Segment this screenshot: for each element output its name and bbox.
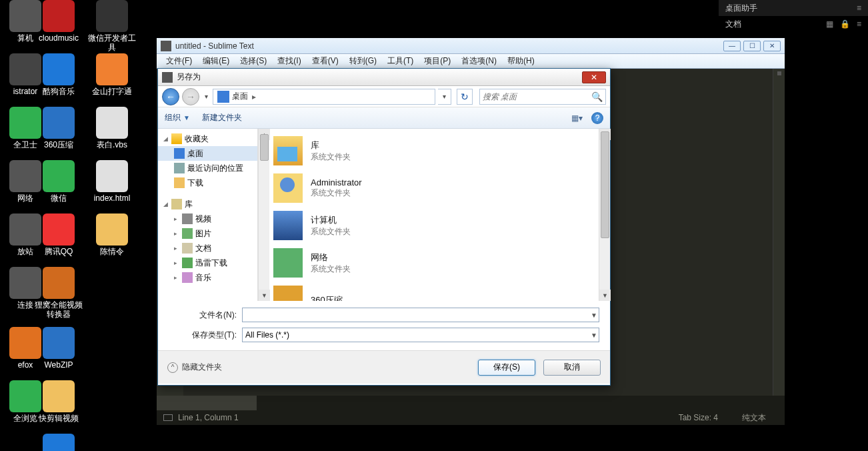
network-icon: [273, 248, 303, 278]
minimize-button[interactable]: —: [723, 41, 741, 51]
breadcrumb[interactable]: 桌面 ▸: [213, 89, 435, 105]
back-button[interactable]: ←: [162, 88, 179, 105]
tree-documents[interactable]: ▸文档: [158, 241, 257, 256]
menu-icon[interactable]: ≡: [857, 19, 861, 29]
search-input[interactable]: [483, 92, 591, 101]
file-item-computer[interactable]: 计算机系统文件夹: [273, 209, 595, 242]
menu-item[interactable]: 选择(S): [235, 55, 272, 67]
refresh-button[interactable]: ↻: [457, 89, 473, 105]
history-dropdown[interactable]: ▾: [202, 93, 210, 100]
breadcrumb-item[interactable]: 桌面: [232, 91, 248, 102]
new-folder-button[interactable]: 新建文件夹: [202, 112, 242, 123]
file-item-libraries[interactable]: 库系统文件夹: [273, 134, 595, 167]
chevron-down-icon[interactable]: ▼: [591, 332, 597, 339]
nav-bar: ← → ▾ 桌面 ▸ ▾ ↻ 🔍: [158, 86, 610, 107]
filename-label: 文件名(N):: [169, 310, 242, 321]
desktop-icon[interactable]: 陈情令: [87, 213, 137, 256]
breadcrumb-dropdown[interactable]: ▾: [438, 89, 451, 105]
tree-scrollbar[interactable]: ▲ ▼: [258, 129, 269, 301]
chevron-right-icon[interactable]: ▸: [248, 92, 260, 101]
scroll-down-icon[interactable]: ▼: [259, 290, 270, 301]
app-icon: [273, 286, 303, 301]
desktop-icon[interactable]: WebZIP: [33, 327, 84, 370]
menu-item[interactable]: 项目(P): [419, 55, 456, 67]
close-button[interactable]: ✕: [763, 41, 781, 51]
search-box[interactable]: 🔍: [479, 89, 606, 105]
desktop-icon[interactable]: 金山打字通: [87, 53, 137, 96]
lock-icon[interactable]: 🔒: [840, 19, 850, 29]
desktop-icon[interactable]: 微信开发者工具: [87, 0, 137, 52]
titlebar[interactable]: untitled - Sublime Text — ☐ ✕: [157, 38, 785, 54]
menu-item[interactable]: 编辑(E): [197, 55, 235, 67]
view-button[interactable]: ▦▾: [567, 111, 586, 125]
menu-item[interactable]: 工具(T): [382, 55, 419, 67]
desktop-icon[interactable]: [33, 434, 84, 451]
file-item-360zip[interactable]: 360压缩: [273, 284, 595, 301]
cancel-button[interactable]: 取消: [543, 360, 601, 376]
forward-button[interactable]: →: [182, 88, 199, 105]
menu-item[interactable]: 查找(I): [272, 55, 306, 67]
tree-xunlei[interactable]: ▸迅雷下载: [158, 256, 257, 270]
tab-untitled[interactable]: [157, 396, 257, 410]
filename-combobox[interactable]: ▼: [242, 308, 599, 322]
tree-pictures[interactable]: ▸图片: [158, 226, 257, 241]
desktop-icon[interactable]: 微信: [33, 160, 84, 203]
filetype-value: All Files (*.*): [245, 330, 289, 340]
maximize-button[interactable]: ☐: [743, 41, 761, 51]
hide-folders-toggle[interactable]: ^ 隐藏文件夹: [167, 362, 222, 373]
file-scrollbar[interactable]: ▲ ▼: [599, 129, 610, 301]
window-title: untitled - Sublime Text: [175, 41, 723, 51]
tree-libraries[interactable]: ◢库: [158, 197, 257, 211]
scroll-thumb[interactable]: [601, 131, 609, 238]
desktop-icon[interactable]: 快剪辑视频: [33, 380, 84, 423]
desktop-icon[interactable]: 表白.vbs: [87, 107, 137, 149]
desktop-icon[interactable]: 酷狗音乐: [33, 53, 84, 96]
menu-item[interactable]: 首选项(N): [456, 55, 502, 67]
file-item-administrator[interactable]: Administrator系统文件夹: [273, 171, 595, 205]
minimap[interactable]: [773, 69, 785, 410]
folder-icon: [273, 136, 303, 165]
file-item-network[interactable]: 网络系统文件夹: [273, 246, 595, 280]
status-icon[interactable]: [163, 414, 173, 421]
status-tabsize[interactable]: Tab Size: 4: [667, 413, 730, 422]
scroll-down-icon[interactable]: ▼: [599, 290, 611, 301]
nav-tree: ◢收藏夹 桌面 最近访问的位置 下载 ◢库 ▸视频 ▸图片 ▸文档 ▸迅雷下载 …: [158, 129, 258, 301]
tree-recent[interactable]: 最近访问的位置: [158, 161, 257, 175]
desktop-icon[interactable]: index.html: [87, 160, 137, 203]
tree-downloads[interactable]: 下载: [158, 175, 257, 190]
save-button[interactable]: 保存(S): [478, 360, 535, 376]
tree-video[interactable]: ▸视频: [158, 211, 257, 226]
desktop-icon[interactable]: 狸窝全能视频转换器: [33, 267, 84, 319]
filetype-combobox[interactable]: All Files (*.*) ▼: [242, 328, 599, 342]
tree-music[interactable]: ▸音乐: [158, 270, 257, 285]
filename-input[interactable]: [245, 310, 596, 320]
app-icon: [161, 41, 171, 51]
tree-desktop[interactable]: 桌面: [158, 146, 257, 161]
close-button[interactable]: ✕: [582, 71, 606, 83]
dialog-titlebar[interactable]: 另存为 ✕: [158, 69, 610, 86]
desktop-icon[interactable]: 腾讯QQ: [33, 213, 84, 256]
status-position[interactable]: Line 1, Column 1: [178, 413, 239, 422]
dialog-icon: [162, 72, 173, 83]
desktop-icon[interactable]: cloudmusic: [33, 0, 84, 43]
tree-favorites[interactable]: ◢收藏夹: [158, 131, 257, 146]
status-syntax[interactable]: 纯文本: [730, 412, 778, 424]
chevron-down-icon[interactable]: ▼: [591, 312, 597, 319]
menu-item[interactable]: 文件(F): [161, 55, 197, 67]
chevron-down-icon[interactable]: ▼: [183, 114, 202, 121]
scroll-thumb[interactable]: [260, 134, 269, 161]
help-button[interactable]: ?: [591, 112, 603, 124]
helper-docs[interactable]: 文档: [725, 19, 741, 30]
organize-button[interactable]: 组织: [165, 112, 183, 123]
menu-item[interactable]: 转到(G): [344, 55, 382, 67]
desktop-icon[interactable]: 360压缩: [33, 107, 84, 149]
save-as-dialog: 另存为 ✕ ← → ▾ 桌面 ▸ ▾ ↻ 🔍 组织 ▼ 新建文件夹 ▦▾ ? ◢…: [157, 68, 611, 386]
dialog-footer: ^ 隐藏文件夹 保存(S) 取消: [158, 350, 610, 384]
menu-item[interactable]: 帮助(H): [502, 55, 540, 67]
form-area: 文件名(N): ▼ 保存类型(T): All Files (*.*) ▼: [158, 301, 610, 350]
grid-icon[interactable]: ▦: [826, 19, 833, 29]
tab-bar: [157, 396, 785, 410]
menu-item[interactable]: 查看(V): [307, 55, 344, 67]
menu-icon[interactable]: ≡: [857, 3, 861, 13]
search-icon[interactable]: 🔍: [591, 91, 603, 102]
